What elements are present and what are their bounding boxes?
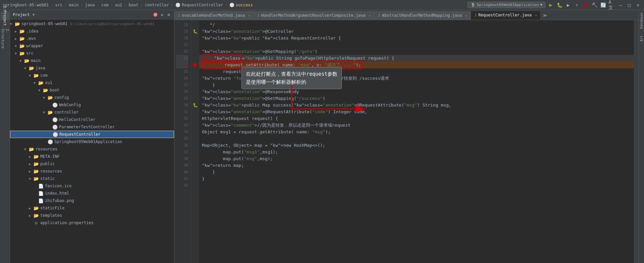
breadcrumb-xu1[interactable]: xu1 [115, 3, 122, 7]
tree-item-templates[interactable]: ▶ 📂 templates [10, 212, 174, 219]
sync-button[interactable]: 🔄 [600, 2, 606, 8]
tab-close[interactable]: ✕ [535, 13, 537, 17]
maximize-button[interactable]: □ [626, 2, 633, 8]
gutter-32 [192, 115, 199, 122]
code-editor: 1819202122232425262728293031323334353637… [174, 20, 639, 263]
run-config[interactable]: 🍃 Springboot05Web01Application ▼ [468, 2, 545, 8]
tree-label: WebConfig [59, 103, 81, 107]
gutter-33 [192, 122, 199, 129]
tree-label: META-INF [40, 154, 60, 159]
breadcrumb-requestcontroller-label[interactable]: RequestController [182, 3, 223, 7]
tree-icon: 📂 [19, 43, 25, 49]
tree-item-parametertestcontroller[interactable]: ⚪ ParameterTestController [10, 123, 174, 131]
tab-abstracthandlermethodmapping.java[interactable]: J AbstractHandlerMethodMapping.java ✕ [375, 11, 471, 20]
minimize-button[interactable]: — [617, 2, 624, 8]
tree-icon: 📄 [38, 191, 44, 196]
sidebar-structure-icon[interactable]: Z-Structure [1, 34, 9, 43]
tab-close[interactable]: ✕ [465, 14, 467, 17]
tree-item-src[interactable]: ▼ 📂 src [10, 50, 174, 57]
tree-label: wrapper [26, 44, 43, 48]
tree-item-public[interactable]: ▶ 📂 public [10, 160, 174, 168]
tab-requestcontroller.java[interactable]: J RequestController.java ✕ [471, 11, 541, 20]
tree-arrow: ▼ [29, 74, 34, 77]
breadcrumb-springboot[interactable]: springboot-05-web01 [3, 3, 49, 7]
breadcrumb-com[interactable]: com [101, 3, 109, 7]
expand-icon[interactable]: ⇄ [159, 12, 165, 17]
line-number-36: 36 [176, 142, 188, 149]
breadcrumb-boot[interactable]: boot [129, 3, 139, 7]
close-button[interactable]: ✕ [635, 2, 641, 8]
breadcrumb-src[interactable]: src [55, 3, 63, 7]
breadcrumb-main[interactable]: main [69, 3, 78, 7]
tree-item-webconfig[interactable]: ⚪ WebConfig [10, 101, 174, 109]
tree-item-hellocontroller[interactable]: ⚪ HelloController [10, 116, 174, 123]
run-button[interactable]: ▶ [547, 2, 554, 8]
tab-more-button[interactable]: ≫ [541, 11, 549, 20]
tree-item-com[interactable]: ▼ 📂 com [10, 72, 174, 79]
tree-item-.mvn[interactable]: ▶ 📂 .mvn [10, 35, 174, 42]
locate-icon[interactable]: 🎯 [153, 12, 158, 17]
breadcrumb-controller[interactable]: controller [145, 3, 169, 7]
code-line-26: "kw">return "forward:/success";"kw">clas… [199, 75, 634, 82]
tree-icon: 📂 [38, 80, 44, 85]
tree-label: staticFile [40, 206, 64, 210]
tree-arrow: ▶ [29, 155, 34, 158]
tree-item-main[interactable]: ▼ 📂 main [10, 57, 174, 64]
tree-item-resources[interactable]: ▶ 📂 resources [10, 168, 174, 175]
tab-nvocablehandlermethod.java[interactable]: J nvocableHandlerMethod.java ✕ [174, 11, 254, 20]
tree-item-springboot-05-web01[interactable]: ▼ 📂 springboot-05-web01 D:\Java\springBo… [10, 20, 174, 27]
file-tree: ▼ 📂 springboot-05-web01 D:\Java\springBo… [10, 19, 174, 263]
panel-dropdown-icon[interactable]: ▼ [33, 12, 35, 17]
profile-button[interactable]: ⚡ [574, 2, 580, 8]
debug-button[interactable]: 🐛 [556, 2, 563, 8]
tree-item-java[interactable]: ▼ 📂 java [10, 64, 174, 72]
tree-item-staticfile[interactable]: ▶ 📂 staticFile [10, 204, 174, 212]
tree-item-springboot05web01application[interactable]: ⚪ Springboot05Web01Application [10, 138, 174, 145]
gutter-21 [192, 42, 199, 48]
stop-button[interactable]: ⏹ [582, 2, 589, 8]
gutter-34 [192, 129, 199, 135]
tree-item-meta-inf[interactable]: ▶ 📂 META-INF [10, 153, 174, 160]
tree-item-.idea[interactable]: ▶ 📂 .idea [10, 27, 174, 35]
gutter-31 [192, 109, 199, 115]
tree-icon: 📂 [48, 110, 53, 115]
editor-area: J nvocableHandlerMethod.java ✕ J Handler… [174, 10, 639, 263]
breadcrumb-method[interactable]: ⚪ [229, 3, 234, 7]
line-number-42: 42 [176, 182, 188, 189]
breadcrumb-success[interactable]: success [236, 3, 253, 7]
tree-icon: 📂 [34, 213, 39, 218]
line-number-22: 22 [176, 48, 188, 55]
tree-item-boot[interactable]: ▼ 📂 boot [10, 86, 174, 94]
code-line-36: Map<Object, Object> map = "kw">new HashM… [199, 142, 634, 149]
breadcrumb-requestcontroller[interactable]: ⚪ [175, 3, 180, 7]
breakpoint-dot [193, 63, 197, 67]
breadcrumb-java[interactable]: java [85, 3, 95, 7]
build-button[interactable]: 🔨 [591, 2, 598, 8]
tree-item-controller[interactable]: ▼ 📂 controller [10, 109, 174, 116]
coverage-button[interactable]: ▶ [565, 2, 572, 8]
tree-item-xu1[interactable]: ▼ 📂 xu1 [10, 79, 174, 86]
tree-item-wrapper[interactable]: ▼ 📂 wrapper [10, 42, 174, 50]
code-content[interactable]: */ "kw">class="annotation">@Controller "… [199, 20, 634, 263]
tree-item-requestcontroller[interactable]: ⚪ RequestController [10, 131, 174, 138]
sidebar-project-icon[interactable]: 1:Project [1, 11, 9, 20]
translate-button[interactable]: A文 [608, 2, 615, 8]
tree-item-index.html[interactable]: 📄 index.html [10, 190, 174, 197]
database-label[interactable]: Database [640, 13, 643, 29]
tree-label: resources [40, 169, 62, 174]
tree-item-application.properties[interactable]: ⚙ application.properties [10, 219, 174, 226]
settings-icon[interactable]: ⚙ [166, 12, 171, 17]
tab-close[interactable]: ✕ [369, 14, 371, 17]
art-label[interactable]: Art [640, 36, 643, 42]
tree-item-config[interactable]: ▼ 📂 config [10, 94, 174, 101]
tree-item-favicon.ico[interactable]: 📄 favicon.ico [10, 182, 174, 190]
line-number-35: 35 [176, 135, 188, 142]
tree-item-static[interactable]: ▼ 📂 static [10, 175, 174, 182]
tab-close[interactable]: ✕ [248, 14, 250, 17]
tree-arrow: ▼ [10, 22, 15, 26]
gutter-18 [192, 21, 199, 28]
tree-item-zhifubao.png[interactable]: 📄 zhifubao.png [10, 197, 174, 204]
tab-handlermethodargumentresolvercomposite.java[interactable]: J HandlerMethodArgumentResolverComposite… [254, 11, 375, 20]
run-indicator-30: 🐛 [193, 102, 198, 109]
tree-item-resources[interactable]: ▼ 📂 resources [10, 145, 174, 153]
